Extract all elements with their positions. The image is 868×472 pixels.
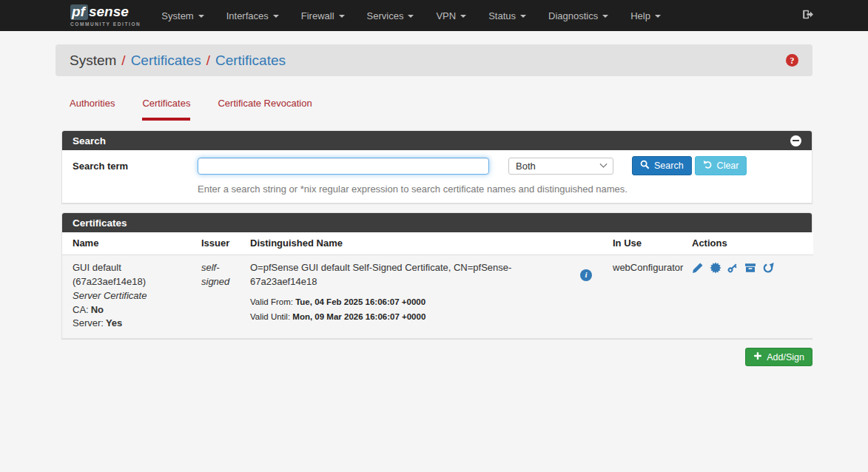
menu-vpn[interactable]: VPN (425, 0, 477, 31)
column-header-distinguished-name: Distinguished Name (240, 232, 602, 255)
menu-firewall-label: Firewall (301, 10, 334, 21)
breadcrumb-separator: / (206, 53, 210, 68)
top-navbar: pfsense COMMUNITY EDITION System Interfa… (0, 0, 868, 31)
certificate-ca-flag: CA:No (73, 303, 181, 317)
search-icon (640, 160, 650, 172)
search-panel: Search Search term Both Search Clear (61, 130, 813, 203)
caret-down-icon (655, 15, 661, 18)
undo-icon (703, 160, 713, 172)
breadcrumb: System/Certificates/Certificates (70, 53, 286, 69)
search-panel-header: Search (62, 131, 812, 150)
menu-interfaces[interactable]: Interfaces (215, 0, 290, 31)
caret-down-icon (460, 15, 466, 18)
main-menu: System Interfaces Firewall Services VPN … (150, 0, 672, 31)
cell-issuer: self-signed (191, 255, 240, 339)
add-sign-button-label: Add/Sign (767, 352, 804, 363)
menu-services[interactable]: Services (356, 0, 425, 31)
column-header-actions: Actions (682, 232, 813, 255)
breadcrumb-separator: / (121, 53, 125, 68)
caret-down-icon (273, 15, 279, 18)
caret-down-icon (520, 15, 526, 18)
valid-until-line: Valid Until: Mon, 09 Mar 2026 16:06:07 +… (250, 309, 592, 324)
search-panel-body: Search term Both Search Clear Enter a se… (62, 150, 812, 203)
menu-diagnostics-label: Diagnostics (548, 10, 598, 21)
search-term-label: Search term (73, 161, 198, 172)
menu-system[interactable]: System (150, 0, 215, 31)
menu-help-label: Help (630, 10, 650, 21)
logo-pf-badge: pf (70, 4, 88, 20)
logout-button[interactable] (801, 8, 814, 23)
tab-certificates[interactable]: Certificates (142, 96, 190, 121)
certificate-name: GUI default (67a23aef14e18) (73, 261, 181, 289)
logo-sense-text: sense (89, 4, 129, 19)
certificates-panel-title: Certificates (73, 218, 127, 229)
key-icon[interactable] (727, 262, 739, 274)
search-input[interactable] (198, 158, 489, 175)
cell-name: GUI default (67a23aef14e18) Server Certi… (62, 255, 191, 339)
clear-button-label: Clear (717, 161, 739, 171)
plus-icon (753, 351, 762, 363)
tab-certificate-revocation[interactable]: Certificate Revocation (218, 96, 312, 121)
menu-status[interactable]: Status (477, 0, 537, 31)
menu-diagnostics[interactable]: Diagnostics (537, 0, 619, 31)
cell-distinguished-name: O=pfSense GUI default Self-Signed Certif… (240, 255, 602, 339)
menu-system-label: System (161, 10, 193, 21)
certificates-panel-header: Certificates (62, 213, 812, 232)
clear-button[interactable]: Clear (695, 156, 747, 175)
search-button-label: Search (654, 161, 684, 171)
page-tabs: Authorities Certificates Certificate Rev… (70, 96, 813, 121)
certificate-server-flag: Server:Yes (73, 317, 181, 331)
breadcrumb-section: System (70, 53, 116, 68)
logo-tagline: COMMUNITY EDITION (70, 21, 141, 27)
valid-from-line: Valid From: Tue, 04 Feb 2025 16:06:07 +0… (250, 294, 592, 309)
column-header-name: Name (62, 232, 191, 255)
cell-actions (682, 255, 813, 339)
page-header-bar: System/Certificates/Certificates ? (55, 44, 813, 76)
sign-out-icon (801, 8, 814, 23)
caret-down-icon (408, 15, 414, 18)
search-button[interactable]: Search (632, 156, 692, 175)
pfsense-logo-text: pfsense (70, 4, 141, 20)
question-circle-icon[interactable]: ? (786, 54, 798, 67)
archive-icon[interactable] (744, 262, 757, 274)
certificates-panel: Certificates Name Issuer Distinguished N… (61, 212, 813, 339)
add-sign-button[interactable]: Add/Sign (745, 348, 813, 366)
chevron-down-icon (600, 160, 608, 167)
pencil-icon[interactable] (692, 262, 704, 274)
breadcrumb-link-certificates-page[interactable]: Certificates (215, 53, 286, 68)
certificate-row: GUI default (67a23aef14e18) Server Certi… (62, 255, 813, 339)
footer-actions: Add/Sign (61, 348, 813, 366)
pfsense-logo[interactable]: pfsense COMMUNITY EDITION (70, 4, 141, 27)
menu-status-label: Status (488, 10, 516, 21)
renew-icon[interactable] (762, 262, 775, 274)
breadcrumb-link-certificates[interactable]: Certificates (131, 53, 201, 68)
caret-down-icon (339, 15, 345, 18)
menu-services-label: Services (367, 10, 404, 21)
table-header-row: Name Issuer Distinguished Name In Use Ac… (62, 232, 813, 255)
search-scope-value: Both (516, 161, 536, 172)
certificate-description: Server Certificate (73, 289, 181, 303)
cell-in-use: webConfigurator (602, 255, 682, 339)
info-circle-icon[interactable]: i (580, 269, 592, 281)
search-panel-title: Search (73, 135, 106, 146)
column-header-issuer: Issuer (191, 232, 240, 255)
menu-help[interactable]: Help (619, 0, 672, 31)
caret-down-icon (602, 15, 608, 18)
minus-circle-icon[interactable] (790, 135, 801, 146)
tab-authorities[interactable]: Authorities (70, 96, 115, 121)
certificates-table: Name Issuer Distinguished Name In Use Ac… (62, 232, 813, 338)
distinguished-name-text: O=pfSense GUI default Self-Signed Certif… (250, 261, 573, 289)
menu-firewall[interactable]: Firewall (290, 0, 356, 31)
menu-interfaces-label: Interfaces (226, 10, 269, 21)
menu-vpn-label: VPN (436, 10, 456, 21)
certificate-seal-icon[interactable] (710, 262, 722, 274)
search-help-text: Enter a search string or *nix regular ex… (198, 183, 801, 195)
caret-down-icon (198, 15, 204, 18)
column-header-in-use: In Use (602, 232, 682, 255)
search-scope-select[interactable]: Both (508, 158, 613, 175)
